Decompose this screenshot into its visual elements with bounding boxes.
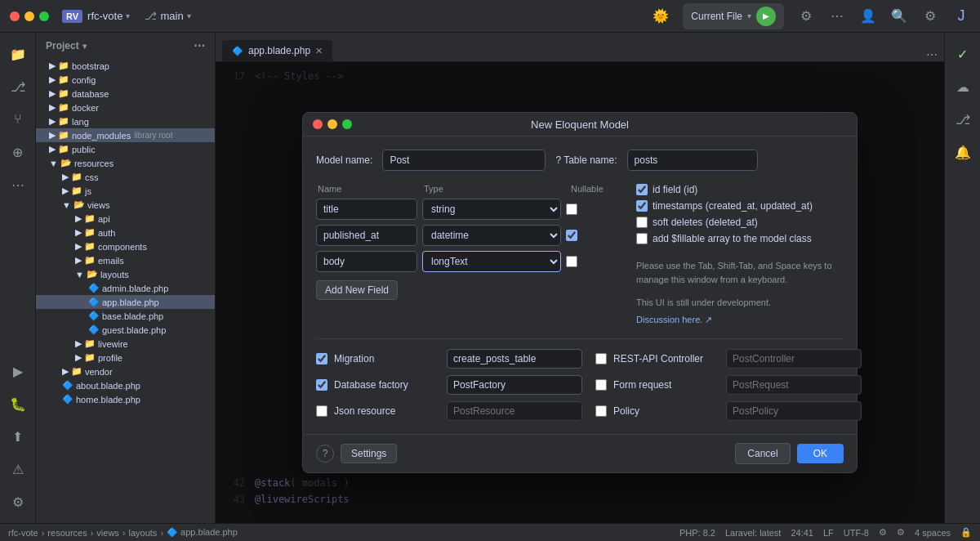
blade-icon: 🔷 — [62, 394, 74, 405]
field-published-name-input[interactable] — [316, 225, 417, 246]
close-button[interactable] — [10, 11, 20, 21]
help-button[interactable]: ? — [316, 445, 334, 463]
sun-icon[interactable]: 🌞 — [652, 7, 670, 25]
file-home-blade[interactable]: 🔷 home.blade.php — [36, 392, 215, 406]
folder-js[interactable]: ▶ 📁 js — [36, 184, 215, 198]
folder-resources[interactable]: ▼ 📂 resources — [36, 156, 215, 170]
folder-icon[interactable]: 📁 — [3, 39, 33, 69]
file-about-blade[interactable]: 🔷 about.blade.php — [36, 378, 215, 392]
run-button[interactable]: ▶ — [756, 7, 776, 26]
folder-livewire[interactable]: ▶ 📁 livewire — [36, 337, 215, 351]
folder-public[interactable]: ▶ 📁 public — [36, 142, 215, 156]
folder-config[interactable]: ▶ 📁 config — [36, 73, 215, 87]
deploy-icon[interactable]: ⬆ — [3, 422, 33, 451]
folder-bootstrap[interactable]: ▶ 📁 bootstrap — [36, 59, 215, 73]
json-resource-checkbox[interactable] — [316, 405, 327, 417]
fillable-checkbox[interactable] — [636, 233, 648, 244]
editor-content[interactable]: 17 <!-- Styles --> New Eloquent Model — [216, 62, 944, 523]
cloud-icon[interactable]: ☁ — [948, 72, 978, 101]
file-guest-blade[interactable]: 🔷 guest.blade.php — [36, 323, 215, 337]
field-title-nullable-checkbox[interactable] — [566, 203, 577, 215]
model-name-input[interactable] — [382, 150, 546, 171]
play-icon[interactable]: ▶ — [3, 356, 33, 386]
more-tools-icon[interactable]: ⋯ — [3, 170, 33, 199]
folder-css[interactable]: ▶ 📁 css — [36, 170, 215, 184]
policy-checkbox[interactable] — [595, 405, 607, 417]
folder-auth[interactable]: ▶ 📁 auth — [36, 226, 215, 239]
folder-layouts[interactable]: ▼ 📂 layouts — [36, 267, 215, 281]
file-app-blade[interactable]: 🔷 app.blade.php — [36, 295, 215, 309]
soft-deletes-row: soft deletes (deleted_at) — [636, 217, 844, 228]
field-published-type-select[interactable]: string integer datetime longText — [422, 225, 561, 246]
folder-emails[interactable]: ▶ 📁 emails — [36, 253, 215, 267]
json-resource-input[interactable] — [447, 401, 582, 421]
folder-components[interactable]: ▶ 📁 components — [36, 239, 215, 253]
git-icon[interactable]: ⑂ — [3, 105, 33, 134]
dialog-close-button[interactable] — [313, 119, 323, 129]
bell-icon[interactable]: 🔔 — [948, 137, 978, 167]
rest-api-input[interactable] — [726, 349, 862, 369]
rest-api-checkbox[interactable] — [595, 353, 607, 364]
tab-close-icon[interactable]: ✕ — [315, 46, 323, 56]
discussion-link[interactable]: Discussion here. ↗ — [636, 315, 844, 325]
policy-input[interactable] — [726, 401, 862, 421]
chevron-right-icon: ▶ — [75, 241, 82, 252]
profile-icon[interactable]: 👤 — [859, 7, 877, 25]
field-body-nullable-checkbox[interactable] — [566, 256, 577, 267]
search-icon[interactable]: 🔍 — [890, 7, 908, 25]
field-title-name-input[interactable] — [316, 199, 417, 220]
timestamps-checkbox[interactable] — [636, 200, 648, 212]
file-admin-blade[interactable]: 🔷 admin.blade.php — [36, 281, 215, 295]
minimize-button[interactable] — [24, 11, 34, 21]
field-row-body: string integer datetime longText — [316, 251, 620, 272]
sidebar-header: Project ▾ ⋯ — [36, 33, 215, 59]
config-status-icon[interactable]: ⚙ — [897, 527, 905, 538]
field-title-type-select[interactable]: string integer datetime longText — [422, 199, 561, 220]
soft-deletes-checkbox[interactable] — [636, 217, 648, 228]
editor-more-icon[interactable]: ⋯ — [926, 48, 944, 61]
run-selector[interactable]: Current File ▾ ▶ — [683, 3, 784, 29]
table-name-input[interactable] — [627, 150, 758, 171]
fillable-label: add $fillable array to the model class — [653, 233, 812, 244]
config-icon[interactable]: ⚙ — [3, 487, 33, 516]
folder-api[interactable]: ▶ 📁 api — [36, 212, 215, 226]
alert-icon[interactable]: ⚠ — [3, 454, 33, 484]
vcs-icon[interactable]: ⎇ — [3, 72, 33, 101]
file-base-blade[interactable]: 🔷 base.blade.php — [36, 309, 215, 323]
id-field-checkbox[interactable] — [636, 184, 648, 195]
field-body-type-select[interactable]: string integer datetime longText — [422, 251, 561, 272]
migration-input[interactable] — [447, 349, 582, 369]
form-request-checkbox[interactable] — [595, 379, 607, 391]
project-name[interactable]: rfc-vote ▾ — [87, 10, 130, 22]
gear-icon[interactable]: ⚙ — [797, 7, 815, 25]
add-field-button[interactable]: Add New Field — [316, 280, 398, 300]
dialog-maximize-button[interactable] — [342, 119, 352, 129]
merge-icon[interactable]: ⊕ — [3, 137, 33, 167]
cancel-button[interactable]: Cancel — [735, 443, 790, 464]
settings-button[interactable]: Settings — [341, 444, 397, 463]
db-factory-input[interactable] — [447, 375, 582, 395]
folder-vendor[interactable]: ▶ 📁 vendor — [36, 364, 215, 378]
folder-lang[interactable]: ▶ 📁 lang — [36, 114, 215, 128]
folder-docker[interactable]: ▶ 📁 docker — [36, 101, 215, 114]
migration-checkbox[interactable] — [316, 353, 327, 364]
field-body-name-input[interactable] — [316, 251, 417, 272]
folder-database[interactable]: ▶ 📁 database — [36, 87, 215, 101]
ok-button[interactable]: OK — [797, 444, 844, 463]
branch-selector[interactable]: ⎇ main ▾ — [145, 10, 190, 22]
folder-views[interactable]: ▼ 📂 views — [36, 198, 215, 212]
db-factory-checkbox[interactable] — [316, 379, 327, 391]
sidebar-more-icon[interactable]: ⋯ — [194, 39, 205, 52]
maximize-button[interactable] — [39, 11, 49, 21]
folder-node-modules[interactable]: ▶ 📁 node_modules library root — [36, 128, 215, 142]
form-request-input[interactable] — [726, 375, 862, 395]
more-icon[interactable]: ⋯ — [828, 7, 846, 25]
gear-status-icon[interactable]: ⚙ — [879, 527, 887, 538]
tab-app-blade[interactable]: 🔷 app.blade.php ✕ — [222, 40, 332, 61]
dialog-minimize-button[interactable] — [327, 119, 337, 129]
field-published-nullable-checkbox[interactable] — [566, 230, 577, 241]
debug-icon[interactable]: 🐛 — [3, 389, 33, 418]
git-right-icon[interactable]: ⎇ — [948, 105, 978, 134]
folder-profile[interactable]: ▶ 📁 profile — [36, 351, 215, 364]
settings-icon[interactable]: ⚙ — [921, 7, 939, 25]
